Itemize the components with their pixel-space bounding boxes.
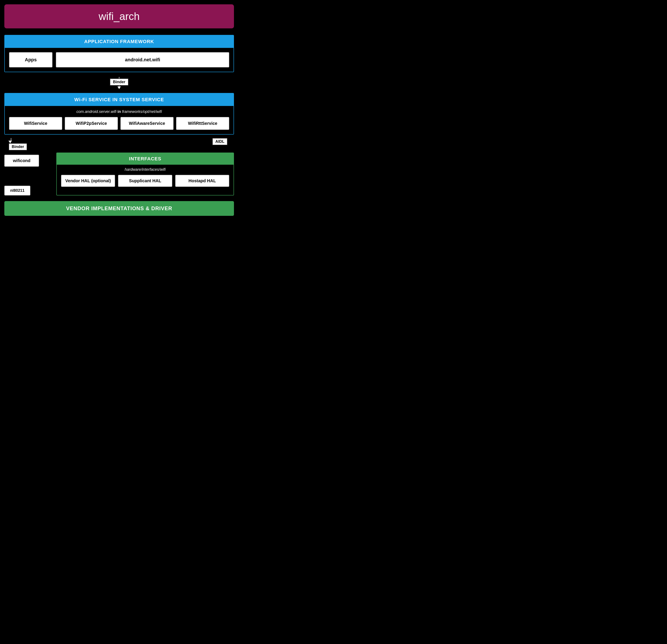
wifi-service-content: com.android.server.wifi in frameworks/op…: [5, 106, 233, 134]
supplicant-hal-box: Supplicant HAL: [118, 175, 172, 187]
interfaces-content: hardware/interfaces/wifi Vendor HAL (opt…: [57, 165, 233, 191]
binder2-label: Binder: [9, 143, 27, 150]
title-bar: wifi_arch: [4, 4, 234, 28]
binder1-connector: Binder: [4, 72, 234, 93]
wificond-box: wificond: [4, 155, 39, 167]
interfaces-sublabel: hardware/interfaces/wifi: [61, 167, 229, 172]
wificond-column: wificond nl80211: [4, 152, 56, 195]
aidl-connector: AIDL: [56, 137, 234, 145]
page-title: wifi_arch: [13, 11, 225, 22]
wifi-service-sublabel: com.android.server.wifi in frameworks/op…: [9, 109, 229, 114]
interfaces-panel: INTERFACES hardware/interfaces/wifi Vend…: [56, 152, 234, 195]
services-row: WifiService WifiP2pService WifiAwareServ…: [9, 117, 229, 130]
interfaces-row: wificond nl80211 INTERFACES hardware/int…: [4, 152, 234, 195]
binder2-connector: Binder: [4, 137, 56, 150]
wifi-service-header: Wi-Fi SERVICE IN SYSTEM SERVICE: [5, 93, 233, 106]
main-content: APPLICATION FRAMEWORK Apps android.net.w…: [0, 28, 238, 222]
hostapd-hal-box: Hostapd HAL: [175, 175, 229, 187]
nl80211-box: nl80211: [4, 186, 30, 195]
hal-row: Vendor HAL (optional) Supplicant HAL Hos…: [61, 175, 229, 187]
vendor-bar: VENDOR IMPLEMENTATIONS & DRIVER: [4, 201, 234, 216]
wifi-p2p-service-box: WifiP2pService: [65, 117, 118, 130]
app-framework-content: Apps android.net.wifi: [5, 48, 233, 72]
app-framework-section: APPLICATION FRAMEWORK Apps android.net.w…: [4, 35, 234, 72]
wifi-aware-service-box: WifiAwareService: [120, 117, 174, 130]
wifi-service-section: Wi-Fi SERVICE IN SYSTEM SERVICE com.andr…: [4, 93, 234, 134]
android-net-wifi-box: android.net.wifi: [56, 52, 229, 67]
app-framework-header: APPLICATION FRAMEWORK: [5, 35, 233, 48]
wifi-service-box: WifiService: [9, 117, 62, 130]
middle-connectors: Binder AIDL: [4, 134, 234, 152]
wifi-rtt-service-box: WifiRttService: [176, 117, 229, 130]
apps-box: Apps: [9, 52, 52, 67]
binder1-label: Binder: [110, 78, 128, 85]
interfaces-header: INTERFACES: [57, 153, 233, 165]
vendor-hal-box: Vendor HAL (optional): [61, 175, 115, 187]
aidl-label: AIDL: [212, 138, 227, 145]
